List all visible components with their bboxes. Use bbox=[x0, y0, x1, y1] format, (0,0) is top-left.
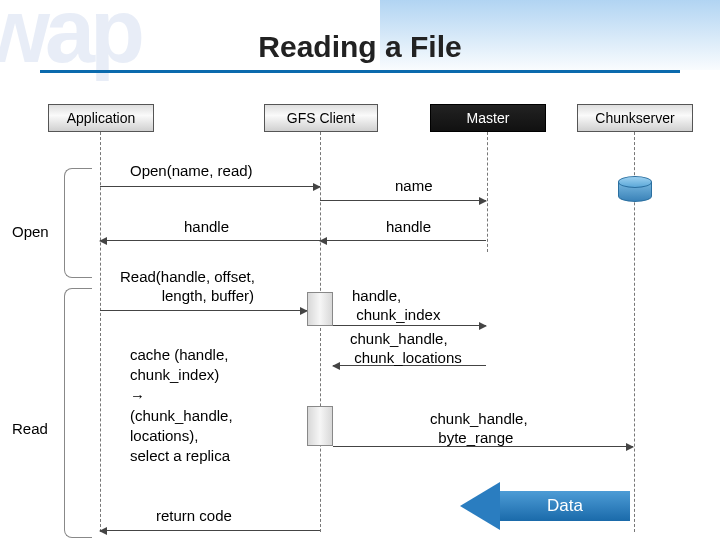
msg-open-call: Open(name, read) bbox=[130, 162, 253, 181]
data-arrow: Data bbox=[460, 482, 630, 530]
msg-chunk-request: chunk_handle, byte_range bbox=[430, 410, 528, 448]
actor-master: Master bbox=[430, 104, 546, 132]
msg-handle-right-line bbox=[320, 240, 486, 241]
msg-handle-chunkindex: handle, chunk_index bbox=[352, 287, 440, 325]
side-label-open: Open bbox=[12, 223, 49, 240]
msg-handle-chunkindex-line bbox=[333, 325, 486, 326]
slide-title: Reading a File bbox=[0, 30, 720, 64]
actor-gfs-client: GFS Client bbox=[264, 104, 378, 132]
activation-gfs-2 bbox=[307, 406, 333, 446]
msg-open-call-line bbox=[100, 186, 320, 187]
actor-application: Application bbox=[48, 104, 154, 132]
data-arrow-label: Data bbox=[500, 491, 630, 521]
msg-return-code: return code bbox=[156, 507, 232, 526]
msg-handle-right: handle bbox=[386, 218, 431, 237]
msg-chunkhandle-loc: chunk_handle, chunk_locations bbox=[350, 330, 462, 368]
disk-icon bbox=[618, 176, 652, 202]
lifeline-application bbox=[100, 132, 101, 532]
msg-handle-left: handle bbox=[184, 218, 229, 237]
msg-return-code-line bbox=[100, 530, 320, 531]
msg-read-call: Read(handle, offset, length, buffer) bbox=[120, 268, 255, 306]
lifeline-gfs-client bbox=[320, 132, 321, 532]
msg-cache-note: cache (handle, chunk_index) → (chunk_han… bbox=[130, 345, 233, 467]
brace-open bbox=[64, 168, 92, 278]
msg-name-line bbox=[320, 200, 486, 201]
actor-chunkserver: Chunkserver bbox=[577, 104, 693, 132]
side-label-read: Read bbox=[12, 420, 48, 437]
msg-read-call-line bbox=[100, 310, 307, 311]
brace-read bbox=[64, 288, 92, 538]
activation-gfs-1 bbox=[307, 292, 333, 326]
lifeline-master bbox=[487, 132, 488, 252]
data-arrow-head-icon bbox=[460, 482, 500, 530]
msg-handle-left-line bbox=[100, 240, 320, 241]
msg-name: name bbox=[395, 177, 433, 196]
title-underline bbox=[40, 70, 680, 73]
